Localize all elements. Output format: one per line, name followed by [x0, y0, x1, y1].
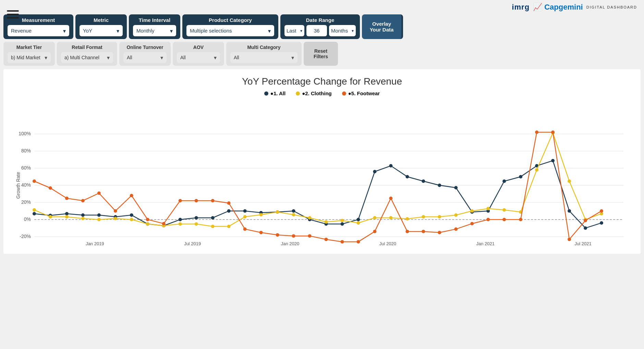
overlay-button[interactable]: OverlayYour Data: [362, 14, 403, 39]
svg-point-69: [227, 225, 231, 228]
svg-point-101: [162, 222, 166, 225]
svg-point-103: [195, 199, 198, 202]
aov-label: AOV: [177, 45, 220, 50]
svg-text:Jan 2021: Jan 2021: [476, 241, 495, 246]
svg-point-72: [276, 210, 279, 214]
product-category-label: Product Category: [186, 17, 274, 23]
chart-title: YoY Percentage Change for Revenue: [14, 76, 630, 87]
legend-item-footwear: ●5. Footwear: [342, 90, 380, 96]
svg-point-82: [438, 215, 441, 219]
svg-point-73: [292, 213, 295, 216]
svg-point-43: [389, 164, 392, 167]
svg-point-113: [356, 240, 360, 244]
chart-svg: -20% 0% 20% 40% 60% 80% 100% Growth Rate…: [14, 103, 630, 247]
measurement-select[interactable]: Revenue Orders Average Order Value: [8, 25, 69, 36]
svg-point-84: [470, 209, 474, 213]
svg-point-107: [259, 231, 263, 234]
legend-dot-all: [264, 91, 268, 96]
multi-category-group: Multi Category All Yes No: [226, 42, 302, 66]
svg-point-108: [276, 233, 279, 237]
filter-row-top: Measurement Revenue Orders Average Order…: [3, 14, 641, 39]
svg-point-23: [65, 212, 69, 215]
svg-point-98: [114, 209, 117, 213]
metric-select-wrapper[interactable]: YoY MoM Absolute: [80, 25, 123, 36]
svg-text:Jan 2020: Jan 2020: [281, 241, 299, 246]
svg-point-25: [97, 213, 101, 217]
svg-point-31: [195, 216, 198, 220]
svg-text:80%: 80%: [21, 148, 31, 153]
svg-point-40: [340, 222, 344, 226]
svg-text:Growth Rate: Growth Rate: [15, 172, 21, 199]
market-tier-select-wrapper[interactable]: b) Mid Market a) Value c) Premium d) Lux…: [8, 52, 51, 63]
svg-point-74: [308, 216, 312, 220]
svg-point-75: [324, 220, 328, 224]
legend-label-all: ●1. All: [270, 90, 285, 96]
legend-dot-clothing: [296, 91, 300, 96]
svg-point-110: [308, 234, 312, 238]
svg-text:0%: 0%: [24, 216, 31, 222]
market-tier-select[interactable]: b) Mid Market a) Value c) Premium d) Lux…: [8, 52, 51, 63]
svg-point-45: [422, 179, 425, 183]
online-turnover-select[interactable]: All < £10m £10m - £50m > £50m: [123, 52, 167, 63]
last-select-wrapper[interactable]: Last First: [284, 25, 304, 36]
product-category-select-wrapper[interactable]: Multiple selections All Clothing Footwea…: [186, 25, 274, 36]
measurement-select-wrapper[interactable]: Revenue Orders Average Order Value: [8, 25, 69, 36]
svg-point-71: [259, 213, 263, 216]
filter-row-bottom: Market Tier b) Mid Market a) Value c) Pr…: [3, 42, 641, 66]
svg-point-46: [438, 184, 441, 187]
retail-format-select[interactable]: a) Multi Channel b) Pure Play c) Bricks …: [61, 52, 113, 63]
product-category-group: Product Category Multiple selections All…: [182, 14, 278, 39]
multi-category-select[interactable]: All Yes No: [230, 52, 297, 63]
svg-point-126: [568, 238, 571, 241]
aov-select[interactable]: All < £50 £50 - £100 > £100: [177, 52, 220, 63]
svg-point-94: [49, 186, 52, 190]
svg-point-128: [600, 209, 603, 213]
svg-text:60%: 60%: [21, 165, 31, 171]
svg-point-37: [292, 209, 295, 213]
svg-point-120: [470, 222, 474, 225]
date-range-group: Date Range Last First Months Weeks Years: [280, 14, 360, 39]
aov-select-wrapper[interactable]: All < £50 £50 - £100 > £100: [177, 52, 220, 63]
header: imrg 📈 Capgemini DIGITAL DASHBOARD: [0, 0, 644, 14]
online-turnover-select-wrapper[interactable]: All < £10m £10m - £50m > £50m: [123, 52, 167, 63]
time-interval-label: Time Interval: [133, 17, 176, 23]
svg-text:-20%: -20%: [20, 234, 31, 239]
legend-item-all: ●1. All: [264, 90, 285, 96]
months-select[interactable]: Months Weeks Years: [329, 25, 356, 36]
svg-point-83: [454, 213, 458, 217]
svg-point-68: [211, 225, 215, 228]
svg-text:100%: 100%: [19, 131, 31, 136]
multi-category-select-wrapper[interactable]: All Yes No: [230, 52, 297, 63]
svg-text:20%: 20%: [21, 199, 31, 205]
last-select[interactable]: Last First: [284, 25, 304, 36]
legend-item-clothing: ●2. Clothing: [296, 90, 332, 96]
metric-select[interactable]: YoY MoM Absolute: [80, 25, 123, 36]
svg-point-93: [33, 179, 36, 183]
reset-filters-button[interactable]: ResetFilters: [304, 42, 338, 66]
svg-point-57: [33, 208, 36, 212]
svg-point-125: [551, 130, 555, 134]
svg-point-62: [114, 217, 117, 220]
svg-point-77: [356, 221, 360, 225]
months-select-wrapper[interactable]: Months Weeks Years: [329, 25, 356, 36]
svg-point-61: [97, 218, 101, 221]
svg-point-124: [535, 130, 538, 134]
date-range-number-input[interactable]: [306, 25, 327, 36]
svg-point-47: [454, 186, 458, 189]
svg-point-41: [356, 218, 360, 221]
svg-point-63: [130, 218, 133, 221]
svg-point-64: [146, 222, 149, 226]
svg-point-106: [243, 227, 247, 231]
svg-point-121: [486, 218, 490, 221]
svg-point-81: [422, 215, 425, 219]
retail-format-select-wrapper[interactable]: a) Multi Channel b) Pure Play c) Bricks …: [61, 52, 113, 63]
time-interval-select-wrapper[interactable]: Monthly Weekly Quarterly: [133, 25, 176, 36]
logo-imrg: imrg: [512, 3, 530, 12]
svg-point-27: [130, 213, 133, 217]
product-category-select[interactable]: Multiple selections All Clothing Footwea…: [186, 25, 274, 36]
chart-wrap: -20% 0% 20% 40% 60% 80% 100% Growth Rate…: [14, 103, 630, 247]
hamburger-menu[interactable]: [7, 10, 19, 18]
logo-capgemini: 📈 Capgemini: [533, 3, 583, 12]
svg-point-50: [502, 179, 506, 183]
time-interval-select[interactable]: Monthly Weekly Quarterly: [133, 25, 176, 36]
